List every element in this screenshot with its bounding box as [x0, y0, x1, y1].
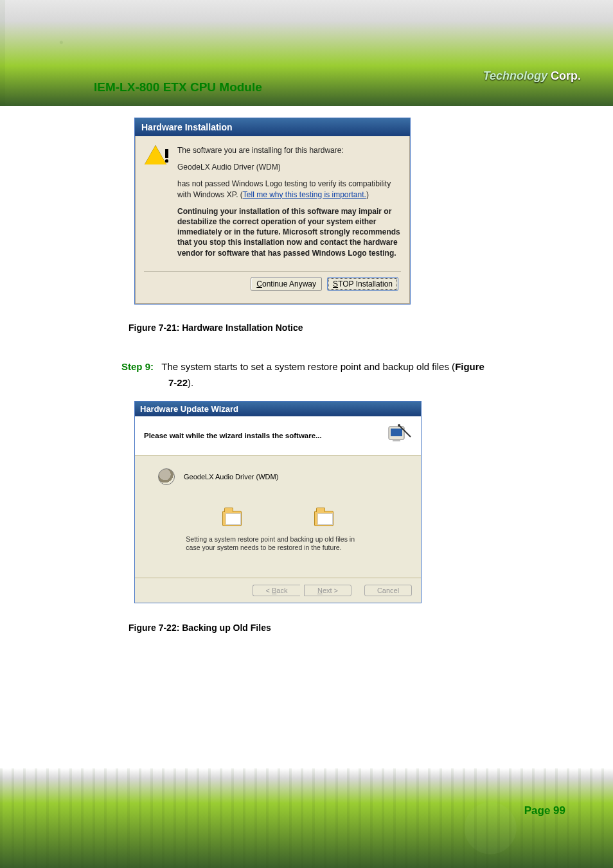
driver-name: GeodeLX Audio Driver (WDM) — [177, 162, 401, 172]
brand-text: Technology Corp. — [483, 69, 581, 83]
svg-rect-2 — [393, 439, 400, 441]
dialog-separator — [144, 271, 401, 272]
next-button[interactable]: Next > — [304, 585, 351, 596]
dialog-title: Hardware Installation — [135, 118, 410, 136]
warning-bold-text: Continuing your installation of this sof… — [177, 206, 401, 258]
folder-source-icon — [222, 511, 242, 526]
continue-anyway-button[interactable]: Continue Anyway — [251, 277, 322, 291]
dialog-content: The software you are installing for this… — [177, 145, 401, 265]
wizard-header-text: Please wait while the wizard installs th… — [144, 432, 322, 439]
wizard-note: Setting a system restore point and backi… — [186, 535, 369, 552]
wizard-folder-row — [186, 511, 369, 526]
step-text-a: The system starts to set a system restor… — [161, 361, 455, 372]
svg-rect-1 — [391, 429, 402, 436]
step-9-cont: 7-22). — [168, 377, 613, 388]
step-label: Step 9: — [121, 361, 154, 372]
warning-icon — [144, 145, 167, 265]
wizard-button-row: < Back Next > Cancel — [135, 578, 421, 603]
stop-installation-button[interactable]: STOP Installation — [327, 277, 398, 291]
tell-me-why-link[interactable]: Tell me why this testing is important. — [243, 190, 366, 199]
folder-dest-icon — [314, 511, 333, 526]
wizard-driver-name: GeodeLX Audio Driver (WDM) — [184, 473, 278, 481]
brand-suffix: Corp. — [547, 69, 581, 82]
svg-point-3 — [398, 424, 400, 427]
wizard-driver-row: GeodeLX Audio Driver (WDM) — [158, 468, 409, 485]
speaker-icon — [158, 468, 175, 485]
step-fig-ref: Figure — [455, 361, 484, 372]
back-button[interactable]: < Back — [253, 585, 300, 596]
logo-testing-line: has not passed Windows Logo testing to v… — [177, 179, 401, 199]
page-header-banner: IEM-LX-800 ETX CPU Module Technology Cor… — [0, 0, 613, 106]
dialog-button-row: Continue Anyway STOP Installation — [144, 277, 401, 297]
wizard-header-icon — [386, 423, 412, 448]
hardware-update-wizard-dialog: Hardware Update Wizard Please wait while… — [134, 401, 422, 603]
step-fig-num: 7-22 — [168, 377, 188, 388]
document-title: IEM-LX-800 ETX CPU Module — [94, 80, 262, 94]
wizard-body: GeodeLX Audio Driver (WDM) Setting a sys… — [135, 456, 421, 567]
figure-caption-7-22: Figure 7-22: Backing up Old Files — [129, 623, 613, 633]
dialog-body: The software you are installing for this… — [135, 136, 410, 304]
step-9-line: Step 9: The system starts to set a syste… — [121, 356, 613, 377]
figure-caption-7-21: Figure 7-21: Hardware Installation Notic… — [129, 323, 613, 333]
page-footer-banner: Page 99 — [0, 768, 613, 868]
cancel-button[interactable]: Cancel — [364, 585, 412, 596]
logo-text-b: ) — [366, 190, 369, 199]
step-text-c: ). — [188, 377, 193, 388]
hardware-installation-dialog: Hardware Installation The software you a… — [134, 118, 411, 305]
brand-prefix: Technology — [483, 69, 547, 82]
page-number: Page 99 — [524, 804, 565, 817]
intro-line: The software you are installing for this… — [177, 145, 401, 155]
wizard-title: Hardware Update Wizard — [135, 402, 421, 416]
wizard-header: Please wait while the wizard installs th… — [135, 416, 421, 456]
